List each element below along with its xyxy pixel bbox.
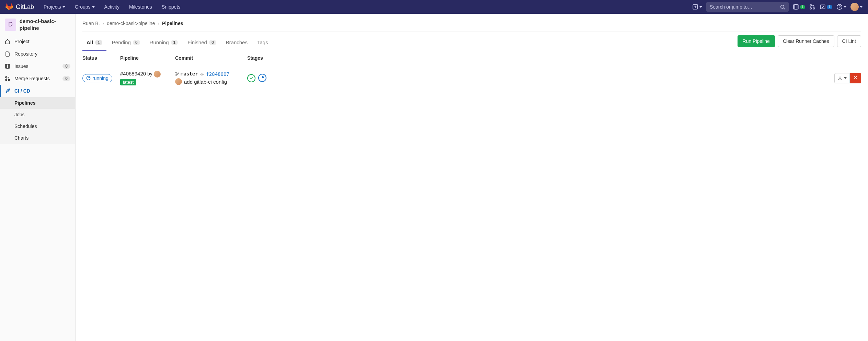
col-stages: Stages xyxy=(247,55,823,61)
sub-pipelines[interactable]: Pipelines xyxy=(0,97,75,109)
brand-name: GitLab xyxy=(16,3,34,11)
nav-snippets[interactable]: Snippets xyxy=(158,1,184,13)
stage-running[interactable] xyxy=(258,74,266,82)
check-icon xyxy=(249,76,253,80)
svg-point-19 xyxy=(178,73,179,74)
chevron-right-icon: › xyxy=(158,21,159,26)
commit-icon xyxy=(200,72,204,77)
cancel-pipeline-button[interactable] xyxy=(850,73,861,83)
issues-badge: 1 xyxy=(800,5,806,9)
tab-finished[interactable]: Finished0 xyxy=(183,35,220,51)
nav-performance[interactable] xyxy=(186,3,194,10)
top-navbar: GitLab Projects Groups Activity Mileston… xyxy=(0,0,868,14)
tab-running[interactable]: Running1 xyxy=(146,35,182,51)
tab-pending[interactable]: Pending0 xyxy=(108,35,144,51)
branch-link[interactable]: master xyxy=(175,71,198,77)
branch-icon xyxy=(175,72,179,76)
nav-milestones[interactable]: Milestones xyxy=(125,1,156,13)
svg-rect-3 xyxy=(793,4,797,9)
close-icon xyxy=(853,75,858,80)
run-pipeline-button[interactable]: Run Pipeline xyxy=(738,35,775,47)
stage-passed[interactable] xyxy=(247,74,255,82)
svg-point-2 xyxy=(781,5,784,8)
svg-point-20 xyxy=(201,74,203,75)
svg-point-18 xyxy=(176,74,177,75)
svg-rect-4 xyxy=(795,4,798,9)
new-dropdown[interactable] xyxy=(692,4,702,10)
status-badge-running[interactable]: running xyxy=(82,74,112,82)
gitlab-logo[interactable]: GitLab xyxy=(5,3,34,11)
table-header: Status Pipeline Commit Stages xyxy=(82,51,861,65)
sidebar-item-project[interactable]: Project xyxy=(0,35,75,48)
sidebar-item-merge-requests[interactable]: Merge Requests 0 xyxy=(0,72,75,85)
table-row: running #40689420 by latest mas xyxy=(82,65,861,91)
nav-todos[interactable]: 1 xyxy=(820,4,832,10)
breadcrumb-current: Pipelines xyxy=(162,21,183,26)
nav-activity[interactable]: Activity xyxy=(100,1,124,13)
sub-charts[interactable]: Charts xyxy=(0,132,75,144)
svg-rect-11 xyxy=(7,64,10,68)
svg-point-13 xyxy=(5,79,7,81)
main-content: Ruan B. › demo-ci-basic-pipeline › Pipel… xyxy=(76,14,868,341)
retry-dropdown[interactable] xyxy=(834,73,850,83)
nav-groups[interactable]: Groups xyxy=(71,1,99,13)
tanuki-icon xyxy=(5,3,13,11)
breadcrumb: Ruan B. › demo-ci-basic-pipeline › Pipel… xyxy=(82,19,861,32)
author-avatar[interactable] xyxy=(154,71,161,78)
svg-point-15 xyxy=(8,90,9,91)
project-name: demo-ci-basic-pipeline xyxy=(20,18,70,31)
merge-icon xyxy=(5,76,10,81)
breadcrumb-owner[interactable]: Ruan B. xyxy=(82,21,100,26)
search-input[interactable] xyxy=(710,4,780,10)
sub-schedules[interactable]: Schedules xyxy=(0,120,75,132)
chevron-down-icon xyxy=(62,6,65,8)
col-status: Status xyxy=(82,55,120,61)
mr-count: 0 xyxy=(62,76,70,81)
home-icon xyxy=(5,39,10,44)
running-icon xyxy=(260,75,265,80)
svg-point-14 xyxy=(8,79,10,81)
chevron-down-icon xyxy=(844,77,847,79)
cicd-submenu: Pipelines Jobs Schedules Charts xyxy=(0,97,75,144)
tab-tags[interactable]: Tags xyxy=(253,35,272,51)
nav-projects[interactable]: Projects xyxy=(39,1,69,13)
project-avatar: D xyxy=(5,19,16,31)
svg-point-12 xyxy=(5,77,7,78)
nav-issues[interactable]: 1 xyxy=(793,4,806,10)
latest-badge: latest xyxy=(120,79,136,85)
nav-help[interactable] xyxy=(836,4,846,10)
sub-jobs[interactable]: Jobs xyxy=(0,109,75,120)
pipeline-id[interactable]: #40689420 xyxy=(120,71,146,77)
rocket-icon xyxy=(5,88,10,94)
commit-sha[interactable]: f2848007 xyxy=(206,71,229,77)
sidebar-item-issues[interactable]: Issues 0 xyxy=(0,60,75,72)
ci-lint-button[interactable]: CI Lint xyxy=(837,35,861,47)
pipeline-table: Status Pipeline Commit Stages running #4… xyxy=(82,51,861,91)
tab-all[interactable]: All1 xyxy=(82,35,106,51)
chevron-down-icon xyxy=(92,6,95,8)
issues-icon xyxy=(5,63,10,69)
search-box[interactable] xyxy=(706,2,789,12)
nav-merge-requests[interactable] xyxy=(809,4,815,10)
file-icon xyxy=(5,51,10,57)
commit-message[interactable]: add gitlab-ci config xyxy=(184,79,227,85)
chevron-down-icon xyxy=(844,6,846,8)
search-icon xyxy=(780,4,785,10)
svg-point-17 xyxy=(176,72,177,73)
project-header[interactable]: D demo-ci-basic-pipeline xyxy=(0,14,75,35)
running-icon xyxy=(86,76,91,80)
user-menu[interactable] xyxy=(850,3,863,11)
chevron-down-icon xyxy=(699,6,702,8)
issues-count: 0 xyxy=(62,64,70,69)
clear-caches-button[interactable]: Clear Runner Caches xyxy=(778,35,834,47)
col-pipeline: Pipeline xyxy=(120,55,175,61)
chevron-right-icon: › xyxy=(103,21,104,26)
sidebar-item-cicd[interactable]: CI / CD xyxy=(0,85,75,97)
commit-author-avatar[interactable] xyxy=(175,78,182,85)
tab-branches[interactable]: Branches xyxy=(222,35,252,51)
breadcrumb-project[interactable]: demo-ci-basic-pipeline xyxy=(107,21,155,26)
tabs-row: All1 Pending0 Running1 Finished0 Branche… xyxy=(82,35,861,51)
col-commit: Commit xyxy=(175,55,247,61)
user-avatar xyxy=(850,3,859,11)
sidebar-item-repository[interactable]: Repository xyxy=(0,48,75,60)
